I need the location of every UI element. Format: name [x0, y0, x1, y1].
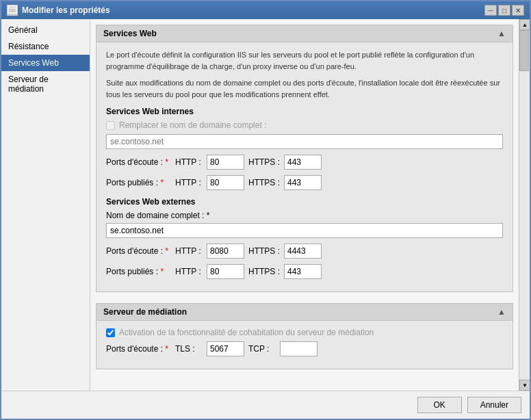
required-marker-2: *: [160, 178, 164, 187]
external-listen-label: Ports d'écoute : *: [106, 246, 171, 256]
mediation-server-header: Serveur de médiation ▲: [96, 304, 513, 321]
external-domain-input[interactable]: [106, 223, 503, 238]
main-panel: Services Web ▲ Le port d'écoute définit …: [90, 19, 519, 391]
internal-pub-https-label: HTTPS :: [248, 178, 280, 187]
required-marker-6: *: [165, 344, 168, 354]
external-title: Services Web externes: [106, 197, 503, 207]
sidebar-item-general[interactable]: Général: [1, 22, 90, 38]
internal-listen-label: Ports d'écoute : *: [106, 157, 171, 167]
window-icon: [7, 5, 18, 16]
external-pub-https-label: HTTPS :: [248, 267, 280, 276]
internal-https-label: HTTPS :: [248, 157, 280, 167]
internal-published-https-input[interactable]: [284, 175, 322, 190]
external-listen-row: Ports d'écoute : * HTTP : HTTPS :: [106, 244, 503, 259]
required-marker-5: *: [160, 267, 164, 276]
mediation-server-body: Activation de la fonctionnalité de cohab…: [96, 321, 513, 369]
external-published-https-input[interactable]: [284, 264, 322, 279]
mediation-collapse-icon[interactable]: ▲: [497, 307, 506, 317]
mediation-tcp-input[interactable]: [280, 341, 318, 356]
title-bar-buttons: ─ □ ✕: [484, 5, 524, 16]
internal-checkbox: [106, 121, 115, 130]
external-domain-label: Nom de domaine complet : *: [106, 211, 503, 220]
services-web-collapse-icon[interactable]: ▲: [497, 29, 506, 38]
external-listen-http-input[interactable]: [207, 244, 244, 259]
mediation-tls-input[interactable]: [207, 341, 244, 356]
mediation-listen-label: Ports d'écoute : *: [106, 344, 171, 354]
internal-listen-https-input[interactable]: [284, 155, 322, 170]
services-web-header: Services Web ▲: [96, 25, 513, 42]
internal-published-label: Ports publiés : *: [106, 178, 171, 187]
close-button[interactable]: ✕: [512, 5, 524, 16]
internal-published-row: Ports publiés : * HTTP : HTTPS :: [106, 175, 503, 190]
scrollbar: ▲ ▼: [519, 19, 530, 391]
main-window: Modifier les propriétés ─ □ ✕ Général Ré…: [0, 0, 531, 420]
content-area: Général Résistance Services Web Serveur …: [1, 19, 530, 391]
scroll-up-button[interactable]: ▲: [519, 19, 530, 30]
sidebar-item-resistance[interactable]: Résistance: [1, 38, 90, 55]
mediation-server-section: Serveur de médiation ▲ Activation de la …: [96, 303, 513, 369]
external-published-label: Ports publiés : *: [106, 267, 171, 276]
scroll-thumb[interactable]: [519, 30, 529, 71]
internal-listen-http-input[interactable]: [207, 155, 244, 170]
internal-title: Services Web internes: [106, 107, 503, 116]
info-text-1: Le port d'écoute définit la configuratio…: [106, 49, 503, 72]
external-http-label: HTTP :: [175, 246, 203, 256]
mediation-checkbox-label: Activation de la fonctionnalité de cohab…: [119, 328, 374, 337]
sidebar: Général Résistance Services Web Serveur …: [1, 19, 90, 391]
mediation-server-title: Serveur de médiation: [103, 307, 187, 317]
mediation-listen-row: Ports d'écoute : * TLS : TCP :: [106, 341, 503, 356]
internal-domain-input[interactable]: [106, 134, 503, 149]
external-listen-https-input[interactable]: [284, 244, 322, 259]
mediation-checkbox-row: Activation de la fonctionnalité de cohab…: [106, 328, 503, 337]
sidebar-item-serveur-mediation[interactable]: Serveur de médiation: [1, 71, 90, 97]
bottom-spacer: [90, 375, 519, 389]
external-published-row: Ports publiés : * HTTP : HTTPS :: [106, 264, 503, 279]
mediation-tls-label: TLS :: [175, 344, 203, 354]
sidebar-item-services-web[interactable]: Services Web: [1, 55, 90, 71]
mediation-checkbox[interactable]: [106, 328, 115, 337]
required-marker-3: *: [207, 211, 210, 220]
services-web-title: Services Web: [103, 29, 157, 38]
internal-checkbox-row: Remplacer le nom de domaine complet :: [106, 120, 503, 130]
info-text-2: Suite aux modifications du nom de domain…: [106, 77, 503, 100]
cancel-button[interactable]: Annuler: [467, 397, 521, 413]
scroll-track[interactable]: [519, 30, 530, 380]
external-published-http-input[interactable]: [207, 264, 244, 279]
internal-checkbox-label: Remplacer le nom de domaine complet :: [119, 120, 266, 130]
minimize-button[interactable]: ─: [484, 5, 497, 16]
title-bar: Modifier les propriétés ─ □ ✕: [1, 1, 530, 19]
title-bar-left: Modifier les propriétés: [7, 5, 110, 16]
footer-bar: OK Annuler: [1, 391, 530, 419]
required-marker-1: *: [165, 157, 168, 167]
mediation-tcp-label: TCP :: [248, 344, 276, 354]
internal-published-http-input[interactable]: [207, 175, 244, 190]
required-marker-4: *: [165, 246, 168, 256]
window-title: Modifier les propriétés: [22, 5, 110, 15]
scroll-down-button[interactable]: ▼: [519, 380, 530, 391]
svg-rect-0: [8, 6, 16, 13]
external-https-label: HTTPS :: [248, 246, 280, 256]
services-web-section: Services Web ▲ Le port d'écoute définit …: [96, 25, 513, 292]
ok-button[interactable]: OK: [417, 397, 462, 413]
external-pub-http-label: HTTP :: [175, 267, 203, 276]
internal-listen-row: Ports d'écoute : * HTTP : HTTPS :: [106, 155, 503, 170]
maximize-button[interactable]: □: [498, 5, 510, 16]
internal-http-label: HTTP :: [175, 157, 203, 167]
internal-pub-http-label: HTTP :: [175, 178, 203, 187]
services-web-body: Le port d'écoute définit la configuratio…: [96, 42, 513, 291]
